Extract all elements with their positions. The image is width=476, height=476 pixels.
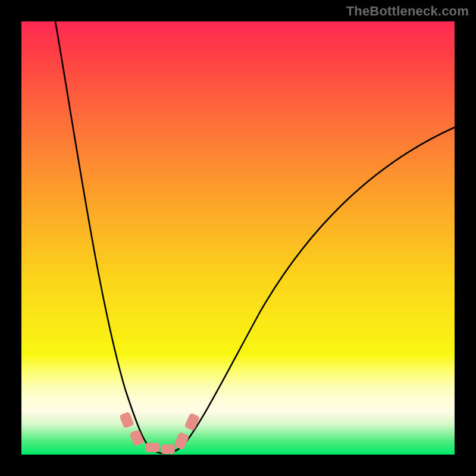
curve-right-branch	[164, 127, 455, 453]
chart-plot-area	[21, 21, 455, 455]
curve-marker	[145, 443, 159, 452]
curve-left-branch	[55, 21, 164, 453]
watermark-text: TheBottleneck.com	[346, 4, 469, 19]
curve-marker	[161, 444, 175, 454]
bottleneck-curve	[21, 21, 455, 455]
